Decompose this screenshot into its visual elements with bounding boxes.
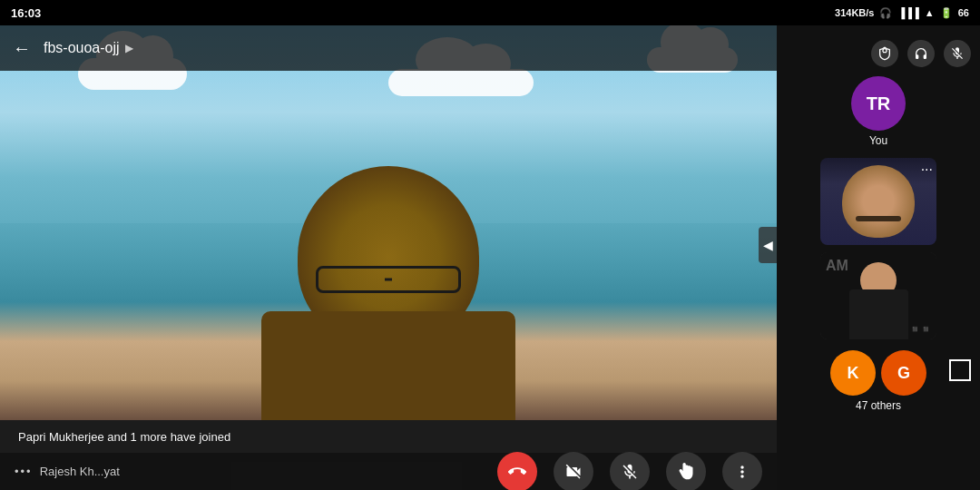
network-speed: 314KB/s — [835, 7, 874, 18]
signal-icon: ▐▐▐ — [897, 7, 918, 18]
cloud-2 — [388, 69, 534, 96]
battery-icon: 🔋 — [940, 7, 953, 19]
participant-tile-1: ··· — [820, 158, 936, 245]
participant-1-video — [820, 158, 936, 245]
participant-1-menu[interactable]: ··· — [921, 162, 933, 178]
participant-name-label: Rajesh Kh...yat — [40, 465, 120, 478]
wifi-icon: ▲ — [925, 7, 935, 18]
call-id-text: fbs-ouoa-ojj — [44, 40, 120, 56]
status-time: 16:03 — [11, 6, 41, 20]
others-tile[interactable]: K G 47 others — [820, 350, 936, 412]
more-options-button[interactable] — [722, 452, 762, 491]
status-bar-right: 314KB/s 🎧 ▐▐▐ ▲ 🔋 66 — [835, 7, 969, 19]
record-button[interactable] — [949, 359, 971, 381]
others-avatar-k: K — [830, 350, 876, 396]
call-expand-icon[interactable]: ▶ — [125, 42, 133, 54]
more-options-dots[interactable]: ••• — [15, 465, 33, 478]
panel-collapse-button[interactable]: ◀ — [759, 227, 777, 263]
controls-left: ••• Rajesh Kh...yat — [15, 465, 120, 478]
self-avatar: TR — [851, 76, 906, 131]
battery-level: 66 — [958, 7, 969, 18]
headphone-button[interactable] — [907, 40, 935, 67]
status-bar: 16:03 314KB/s 🎧 ▐▐▐ ▲ 🔋 66 — [0, 0, 980, 25]
person-glasses — [316, 266, 461, 293]
participant-tile-2: AM ◾◾ — [820, 252, 936, 339]
mic-off-button[interactable] — [610, 452, 650, 491]
raise-hand-button[interactable] — [666, 452, 706, 491]
back-button[interactable]: ← — [13, 38, 31, 59]
self-label: You — [869, 134, 887, 147]
others-avatar-g: G — [881, 350, 926, 396]
panel-mic-off-button[interactable] — [944, 40, 971, 67]
control-buttons — [497, 452, 762, 491]
person-video — [261, 166, 515, 420]
watermark-text: AM — [826, 258, 848, 274]
collapse-icon: ◀ — [763, 238, 773, 252]
notification-bar: Papri Mukherjee and 1 more have joined — [0, 420, 777, 453]
rotate-camera-button[interactable] — [871, 40, 898, 67]
camera-off-button[interactable] — [554, 452, 593, 491]
person-body — [261, 311, 515, 420]
end-call-button[interactable] — [497, 452, 537, 491]
right-panel: TR You ··· AM ◾◾ K G — [777, 25, 980, 490]
others-count-label: 47 others — [856, 399, 901, 412]
controls-bar: ••• Rajesh Kh...yat — [0, 453, 777, 490]
self-view-tile: TR You — [777, 73, 980, 154]
call-header: ← fbs-ouoa-ojj ▶ — [0, 25, 777, 71]
headphone-icon: 🎧 — [879, 7, 892, 19]
main-video — [0, 25, 777, 420]
call-id: fbs-ouoa-ojj ▶ — [44, 40, 133, 56]
self-initials: TR — [867, 93, 891, 114]
participant-2-indicator: ◾◾ — [909, 324, 931, 334]
join-notification: Papri Mukherjee and 1 more have joined — [18, 430, 230, 444]
others-avatars: K G — [830, 350, 926, 396]
